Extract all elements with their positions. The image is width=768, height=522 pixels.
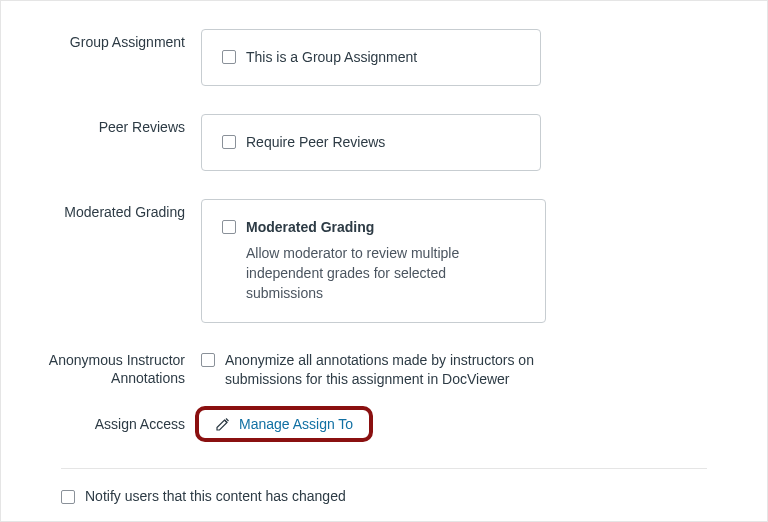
row-anonymous-annotations: Anonymous Instructor Annotations Anonymi… (1, 351, 767, 390)
anonymous-annotations-checkbox[interactable] (201, 353, 215, 367)
moderated-grading-checkbox-label: Moderated Grading (246, 218, 374, 237)
manage-assign-to-link-text: Manage Assign To (239, 416, 353, 432)
peer-reviews-checkbox[interactable] (222, 135, 236, 149)
group-assignment-option[interactable]: This is a Group Assignment (222, 48, 520, 67)
anonymous-annotations-option[interactable]: Anonymize all annotations made by instru… (201, 351, 534, 370)
bottom-section: Notify users that this content has chang… (61, 468, 707, 506)
row-moderated-grading: Moderated Grading Moderated Grading Allo… (1, 199, 767, 323)
settings-panel: Group Assignment This is a Group Assignm… (0, 0, 768, 522)
label-group-assignment: Group Assignment (1, 29, 201, 51)
moderated-grading-option[interactable]: Moderated Grading (222, 218, 525, 237)
anonymous-annotations-checkbox-label: Anonymize all annotations made by instru… (225, 351, 534, 370)
moderated-grading-description: Allow moderator to review multiple indep… (246, 243, 525, 304)
row-assign-access: Assign Access Manage Assign To (1, 408, 767, 440)
group-assignment-checkbox-label: This is a Group Assignment (246, 48, 417, 67)
group-assignment-checkbox[interactable] (222, 50, 236, 64)
manage-assign-to-button[interactable]: Manage Assign To (201, 410, 367, 438)
box-group-assignment: This is a Group Assignment (201, 29, 541, 86)
label-moderated-grading: Moderated Grading (1, 199, 201, 221)
label-anonymous-annotations: Anonymous Instructor Annotations (1, 351, 201, 387)
label-assign-access: Assign Access (1, 408, 201, 440)
box-peer-reviews: Require Peer Reviews (201, 114, 541, 171)
row-group-assignment: Group Assignment This is a Group Assignm… (1, 29, 767, 86)
box-moderated-grading: Moderated Grading Allow moderator to rev… (201, 199, 546, 323)
peer-reviews-checkbox-label: Require Peer Reviews (246, 133, 385, 152)
peer-reviews-option[interactable]: Require Peer Reviews (222, 133, 520, 152)
notify-users-option[interactable]: Notify users that this content has chang… (61, 487, 707, 506)
label-peer-reviews: Peer Reviews (1, 114, 201, 136)
pencil-icon (215, 416, 231, 432)
anonymous-annotations-checkbox-label-line2: submissions for this assignment in DocVi… (225, 369, 534, 389)
notify-users-checkbox-label: Notify users that this content has chang… (85, 487, 346, 506)
moderated-grading-checkbox[interactable] (222, 220, 236, 234)
row-peer-reviews: Peer Reviews Require Peer Reviews (1, 114, 767, 171)
notify-users-checkbox[interactable] (61, 490, 75, 504)
